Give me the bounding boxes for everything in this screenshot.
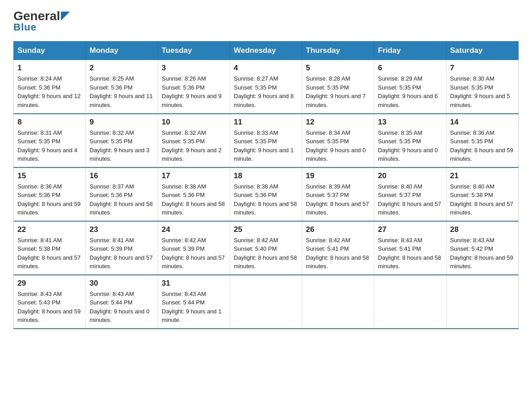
day-number: 18 [234, 171, 298, 180]
day-number: 11 [234, 118, 298, 127]
calendar-cell: 11Sunrise: 8:33 AMSunset: 5:35 PMDayligh… [230, 114, 302, 167]
day-info: Sunrise: 8:43 AMSunset: 5:41 PMDaylight:… [378, 236, 442, 271]
logo: General Blue [13, 9, 70, 33]
day-number: 20 [378, 171, 442, 180]
day-info: Sunrise: 8:38 AMSunset: 5:36 PMDaylight:… [162, 182, 226, 217]
day-info: Sunrise: 8:43 AMSunset: 5:43 PMDaylight:… [17, 290, 82, 325]
day-info: Sunrise: 8:40 AMSunset: 5:37 PMDaylight:… [378, 182, 442, 217]
day-info: Sunrise: 8:43 AMSunset: 5:44 PMDaylight:… [162, 290, 226, 325]
day-number: 24 [162, 225, 226, 234]
day-number: 2 [90, 64, 154, 73]
day-number: 30 [90, 279, 154, 288]
column-header-saturday: Saturday [446, 42, 519, 60]
column-header-monday: Monday [86, 42, 158, 60]
calendar-cell: 19Sunrise: 8:39 AMSunset: 5:37 PMDayligh… [302, 167, 374, 221]
calendar-header: SundayMondayTuesdayWednesdayThursdayFrid… [14, 42, 519, 60]
calendar-cell: 28Sunrise: 8:43 AMSunset: 5:42 PMDayligh… [446, 221, 519, 275]
day-info: Sunrise: 8:29 AMSunset: 5:35 PMDaylight:… [378, 74, 442, 109]
calendar-cell: 20Sunrise: 8:40 AMSunset: 5:37 PMDayligh… [374, 167, 446, 221]
day-number: 22 [17, 225, 82, 234]
day-number: 17 [162, 171, 226, 180]
calendar-cell: 26Sunrise: 8:42 AMSunset: 5:41 PMDayligh… [302, 221, 374, 275]
week-row-1: 1Sunrise: 8:24 AMSunset: 5:36 PMDaylight… [14, 60, 519, 114]
calendar-cell: 9Sunrise: 8:32 AMSunset: 5:35 PMDaylight… [86, 114, 158, 167]
calendar-cell: 18Sunrise: 8:38 AMSunset: 5:36 PMDayligh… [230, 167, 302, 221]
calendar-body: 1Sunrise: 8:24 AMSunset: 5:36 PMDaylight… [14, 60, 519, 329]
calendar-cell: 15Sunrise: 8:36 AMSunset: 5:36 PMDayligh… [14, 167, 86, 221]
calendar-cell: 21Sunrise: 8:40 AMSunset: 5:38 PMDayligh… [446, 167, 519, 221]
calendar-cell: 16Sunrise: 8:37 AMSunset: 5:36 PMDayligh… [86, 167, 158, 221]
logo-blue-text: Blue [13, 21, 37, 33]
day-info: Sunrise: 8:28 AMSunset: 5:35 PMDaylight:… [306, 74, 370, 109]
day-number: 1 [17, 64, 82, 73]
day-info: Sunrise: 8:40 AMSunset: 5:38 PMDaylight:… [450, 182, 515, 217]
day-number: 27 [378, 225, 442, 234]
calendar-cell: 29Sunrise: 8:43 AMSunset: 5:43 PMDayligh… [14, 275, 86, 329]
day-info: Sunrise: 8:36 AMSunset: 5:35 PMDaylight:… [450, 128, 515, 163]
day-info: Sunrise: 8:34 AMSunset: 5:35 PMDaylight:… [306, 128, 370, 163]
day-info: Sunrise: 8:33 AMSunset: 5:35 PMDaylight:… [234, 128, 298, 163]
week-row-3: 15Sunrise: 8:36 AMSunset: 5:36 PMDayligh… [14, 167, 519, 221]
calendar-cell: 14Sunrise: 8:36 AMSunset: 5:35 PMDayligh… [446, 114, 519, 167]
day-number: 19 [306, 171, 370, 180]
column-header-friday: Friday [374, 42, 446, 60]
day-info: Sunrise: 8:25 AMSunset: 5:36 PMDaylight:… [90, 74, 154, 109]
calendar-cell: 30Sunrise: 8:43 AMSunset: 5:44 PMDayligh… [86, 275, 158, 329]
day-info: Sunrise: 8:35 AMSunset: 5:35 PMDaylight:… [378, 128, 442, 163]
day-number: 29 [17, 279, 82, 288]
day-number: 4 [234, 64, 298, 73]
calendar-cell: 25Sunrise: 8:42 AMSunset: 5:40 PMDayligh… [230, 221, 302, 275]
calendar-cell: 27Sunrise: 8:43 AMSunset: 5:41 PMDayligh… [374, 221, 446, 275]
calendar-cell: 23Sunrise: 8:41 AMSunset: 5:39 PMDayligh… [86, 221, 158, 275]
day-info: Sunrise: 8:37 AMSunset: 5:36 PMDaylight:… [90, 182, 154, 217]
day-info: Sunrise: 8:41 AMSunset: 5:38 PMDaylight:… [17, 236, 82, 271]
calendar-cell: 22Sunrise: 8:41 AMSunset: 5:38 PMDayligh… [14, 221, 86, 275]
day-info: Sunrise: 8:42 AMSunset: 5:39 PMDaylight:… [162, 236, 226, 271]
calendar-cell: 1Sunrise: 8:24 AMSunset: 5:36 PMDaylight… [14, 60, 86, 114]
calendar-cell: 24Sunrise: 8:42 AMSunset: 5:39 PMDayligh… [158, 221, 230, 275]
calendar-cell: 31Sunrise: 8:43 AMSunset: 5:44 PMDayligh… [158, 275, 230, 329]
week-row-2: 8Sunrise: 8:31 AMSunset: 5:35 PMDaylight… [14, 114, 519, 167]
day-info: Sunrise: 8:42 AMSunset: 5:41 PMDaylight:… [306, 236, 370, 271]
calendar-table: SundayMondayTuesdayWednesdayThursdayFrid… [13, 41, 519, 329]
calendar-cell: 6Sunrise: 8:29 AMSunset: 5:35 PMDaylight… [374, 60, 446, 114]
day-info: Sunrise: 8:42 AMSunset: 5:40 PMDaylight:… [234, 236, 298, 271]
day-number: 31 [162, 279, 226, 288]
day-info: Sunrise: 8:39 AMSunset: 5:37 PMDaylight:… [306, 182, 370, 217]
day-info: Sunrise: 8:43 AMSunset: 5:42 PMDaylight:… [450, 236, 515, 271]
week-row-4: 22Sunrise: 8:41 AMSunset: 5:38 PMDayligh… [14, 221, 519, 275]
day-number: 7 [450, 64, 515, 73]
day-number: 21 [450, 171, 515, 180]
calendar-cell: 10Sunrise: 8:32 AMSunset: 5:35 PMDayligh… [158, 114, 230, 167]
calendar-cell [446, 275, 519, 329]
day-number: 9 [90, 118, 154, 127]
calendar-cell [302, 275, 374, 329]
day-info: Sunrise: 8:30 AMSunset: 5:35 PMDaylight:… [450, 74, 515, 109]
page-header: General Blue [13, 9, 519, 33]
column-header-thursday: Thursday [302, 42, 374, 60]
day-number: 12 [306, 118, 370, 127]
day-info: Sunrise: 8:24 AMSunset: 5:36 PMDaylight:… [17, 74, 82, 109]
calendar-cell [374, 275, 446, 329]
logo-triangle-icon [61, 12, 70, 21]
day-number: 14 [450, 118, 515, 127]
calendar-cell: 17Sunrise: 8:38 AMSunset: 5:36 PMDayligh… [158, 167, 230, 221]
day-info: Sunrise: 8:38 AMSunset: 5:36 PMDaylight:… [234, 182, 298, 217]
day-info: Sunrise: 8:41 AMSunset: 5:39 PMDaylight:… [90, 236, 154, 271]
day-number: 13 [378, 118, 442, 127]
day-info: Sunrise: 8:32 AMSunset: 5:35 PMDaylight:… [90, 128, 154, 163]
day-number: 5 [306, 64, 370, 73]
calendar-cell: 4Sunrise: 8:27 AMSunset: 5:35 PMDaylight… [230, 60, 302, 114]
calendar-cell: 12Sunrise: 8:34 AMSunset: 5:35 PMDayligh… [302, 114, 374, 167]
day-info: Sunrise: 8:31 AMSunset: 5:35 PMDaylight:… [17, 128, 82, 163]
week-row-5: 29Sunrise: 8:43 AMSunset: 5:43 PMDayligh… [14, 275, 519, 329]
day-number: 10 [162, 118, 226, 127]
day-number: 6 [378, 64, 442, 73]
column-header-wednesday: Wednesday [230, 42, 302, 60]
calendar-cell: 5Sunrise: 8:28 AMSunset: 5:35 PMDaylight… [302, 60, 374, 114]
column-header-sunday: Sunday [14, 42, 86, 60]
calendar-cell: 7Sunrise: 8:30 AMSunset: 5:35 PMDaylight… [446, 60, 519, 114]
calendar-cell: 8Sunrise: 8:31 AMSunset: 5:35 PMDaylight… [14, 114, 86, 167]
day-number: 3 [162, 64, 226, 73]
calendar-cell: 2Sunrise: 8:25 AMSunset: 5:36 PMDaylight… [86, 60, 158, 114]
